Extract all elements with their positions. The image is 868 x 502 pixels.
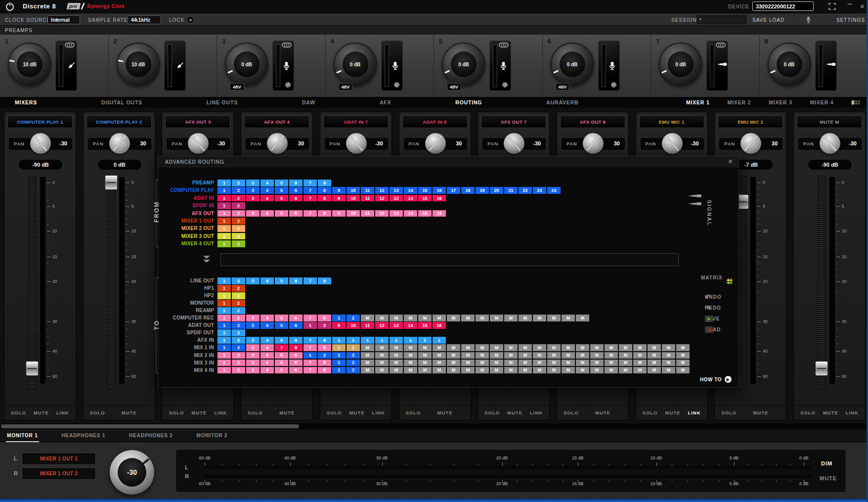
matrix-cell[interactable]: 1 [347,337,360,344]
matrix-cell[interactable]: M [361,360,374,366]
pan-knob[interactable] [820,133,840,154]
routing-load-button[interactable]: LOAD ◀ [705,327,721,332]
preamp-gain-knob[interactable]: 0 dB [659,43,702,86]
gear-icon[interactable] [610,82,617,88]
pan-knob[interactable] [188,133,209,154]
mute-button[interactable]: MUTE [820,475,837,481]
matrix-cell[interactable]: 4 [260,322,274,329]
matrix-cell[interactable]: 1 [418,337,432,344]
matrix-cell[interactable]: 2 [232,360,245,366]
matrix-cell[interactable]: M [476,315,489,321]
matrix-cell[interactable]: M [390,360,403,366]
mute-button[interactable]: MUTE [437,410,453,415]
matrix-cell[interactable]: 1 [332,344,346,351]
matrix-cell[interactable]: M [375,367,389,374]
matrix-cell[interactable]: 1 [217,360,231,366]
link-button[interactable]: LINK [530,410,543,415]
matrix-cell[interactable]: M [605,360,618,366]
monitor-tab-monitor-2[interactable]: MONITOR 2 [196,430,229,441]
mute-button[interactable]: MUTE [349,410,365,415]
matrix-cell[interactable]: 8 [318,360,331,366]
tab-digital-outs[interactable]: DIGITAL OUTS [101,99,142,105]
matrix-cell[interactable]: M [433,360,446,366]
fader-track[interactable] [28,176,36,389]
matrix-cell[interactable]: 4 [260,344,274,351]
matrix-cell[interactable]: M [447,367,460,374]
matrix-cell[interactable]: M [476,352,489,359]
channel-name-button[interactable]: MUTE M [797,115,862,128]
matrix-cell[interactable]: M [418,344,432,351]
matrix-cell[interactable]: M [562,360,575,366]
matrix-cell[interactable]: M [361,315,374,321]
matrix-cell[interactable]: M [490,367,503,374]
solo-button[interactable]: SOLO [327,410,342,415]
matrix-cell[interactable]: M [519,360,532,366]
matrix-cell[interactable]: M [662,352,675,359]
solo-button[interactable]: SOLO [721,410,737,415]
matrix-cell[interactable]: 1 [217,352,231,359]
mute-button[interactable]: MUTE [191,410,207,415]
matrix-cell[interactable]: M [447,352,460,359]
tab-afx[interactable]: AFX [380,99,391,105]
matrix-cell[interactable]: 4 [260,337,274,344]
matrix-cell[interactable]: 4 [260,367,274,374]
matrix-cell[interactable]: 1 [217,285,231,292]
pan-knob[interactable] [583,133,604,154]
matrix-cell[interactable]: 5 [275,352,288,359]
channel-name-button[interactable]: EMU MIC 1 [639,115,704,128]
matrix-cell[interactable]: M [361,352,374,359]
matrix-cell[interactable]: M [533,360,546,366]
device-select[interactable]: 3320222000122 ▼ [752,1,814,11]
matrix-cell[interactable]: M [648,367,661,374]
matrix-cell[interactable]: M [662,360,675,366]
how-to-button[interactable]: HOW TO ▶ [700,376,732,383]
matrix-cell[interactable]: M [418,352,432,359]
matrix-cell[interactable]: M [418,367,432,374]
matrix-cell[interactable]: M [490,352,503,359]
matrix-cell[interactable]: 1 [217,300,231,307]
phantom-power-badge[interactable]: 48V [556,83,570,91]
matrix-cell[interactable]: M [519,315,532,321]
matrix-cell[interactable]: M [447,344,460,351]
matrix-cell[interactable]: M [390,352,403,359]
solo-button[interactable]: SOLO [564,410,579,415]
tab-daw[interactable]: DAW [302,99,315,105]
solo-button[interactable]: SOLO [248,410,263,415]
matrix-cell[interactable]: M [576,360,589,366]
matrix-cell[interactable]: M [562,315,575,321]
matrix-cell[interactable]: M [676,367,690,374]
matrix-cell[interactable]: 7 [304,360,317,366]
matrix-cell[interactable]: M [605,367,618,374]
matrix-cell[interactable]: 6 [289,277,303,284]
matrix-cell[interactable]: 12 [375,322,389,329]
solo-button[interactable]: SOLO [643,410,658,415]
matrix-cell[interactable]: M [504,344,518,351]
matrix-cell[interactable]: M [533,344,546,351]
pan-knob[interactable] [425,133,446,154]
matrix-cell[interactable]: M [404,344,417,351]
matrix-cell[interactable]: 1 [217,315,231,321]
channel-name-button[interactable]: AFX OUT 8 [560,115,625,128]
fader-gain-value[interactable]: -90 dB [19,160,62,170]
matrix-cell[interactable]: M [461,315,475,321]
matrix-cell[interactable]: M [461,367,475,374]
matrix-cell[interactable]: 2 [232,285,245,292]
fader-handle[interactable] [26,361,39,376]
matrix-cell[interactable]: M [447,360,460,366]
pan-knob[interactable] [346,133,367,154]
matrix-cell[interactable]: M [375,360,389,366]
fader-track[interactable] [107,176,115,389]
matrix-cell[interactable]: M [619,360,632,366]
matrix-cell[interactable]: 1 [433,337,446,344]
matrix-cell[interactable]: M [662,344,675,351]
solo-button[interactable]: SOLO [800,410,816,415]
matrix-cell[interactable]: 2 [347,367,360,374]
preamp-gain-knob[interactable]: 0 dB [768,43,811,86]
matrix-cell[interactable]: M [547,344,561,351]
matrix-cell[interactable]: M [576,315,589,321]
matrix-cell[interactable]: 3 [246,344,260,351]
matrix-cell[interactable]: M [519,367,532,374]
matrix-cell[interactable]: M [590,344,604,351]
matrix-cell[interactable]: M [590,352,604,359]
tab-mixer-3[interactable]: MIXER 3 [769,99,792,105]
